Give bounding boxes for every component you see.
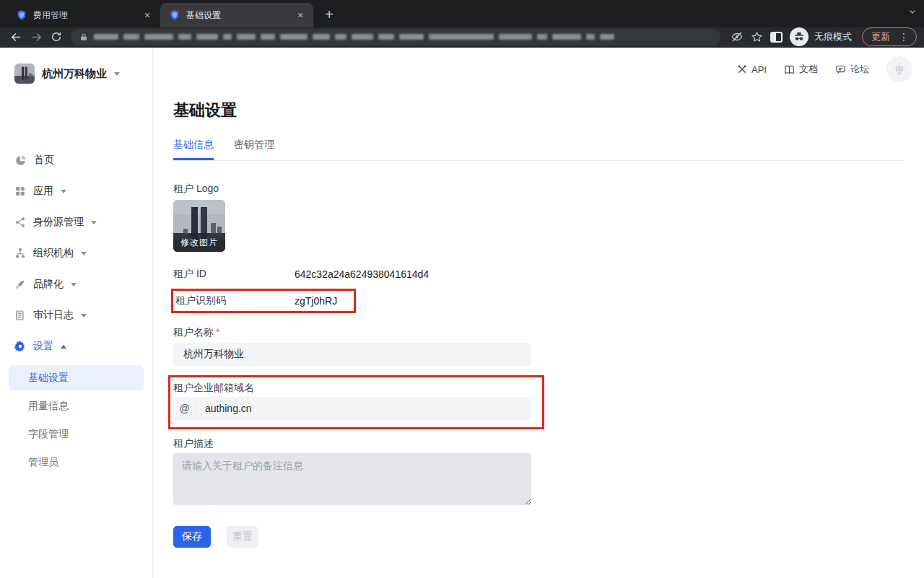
change-image-overlay[interactable]: 修改图片: [173, 233, 225, 252]
chevron-down-icon: [71, 283, 77, 286]
back-button[interactable]: [7, 28, 25, 45]
incognito-indicator: 无痕模式: [790, 27, 852, 46]
tab-key-management[interactable]: 密钥管理: [234, 139, 274, 160]
annotation-box-email-domain: 租户企业邮箱域名 @: [168, 375, 544, 429]
sidebar-item-audit-logs[interactable]: 审计日志: [0, 307, 152, 323]
browser-tab-basic-settings[interactable]: 基础设置 ×: [160, 3, 313, 27]
tab-title: 费用管理: [33, 9, 136, 22]
tab-title: 基础设置: [186, 9, 289, 22]
sidebar-item-apps[interactable]: 应用: [0, 183, 152, 199]
bookmark-star-icon[interactable]: [751, 31, 763, 43]
apps-grid-icon: [14, 185, 26, 197]
eye-off-icon[interactable]: [731, 30, 744, 43]
page-tabs: 基础信息 密钥管理: [173, 139, 905, 161]
org-logo: [14, 64, 35, 84]
sidebar-item-label: 设置: [33, 340, 53, 353]
redacted-url-text: [94, 34, 614, 40]
org-tree-icon: [14, 248, 26, 259]
tenant-name-label: 租户名称*: [173, 326, 219, 339]
tab-strip: 费用管理 × 基础设置 × +: [0, 0, 924, 27]
tab-close-icon[interactable]: ×: [295, 9, 306, 21]
chevron-down-icon: [114, 72, 120, 76]
chevron-down-icon: [61, 190, 66, 193]
forward-button[interactable]: [27, 28, 45, 45]
tenant-logo-label: 租户 Logo: [173, 183, 219, 196]
sidebar-item-settings[interactable]: 设置: [0, 338, 152, 354]
reset-button[interactable]: 重置: [227, 526, 258, 548]
tab-search-chevron-icon[interactable]: [908, 7, 917, 16]
org-name: 杭州万科物业: [42, 67, 107, 81]
chevron-down-icon: [91, 221, 97, 224]
browser-menu-icon[interactable]: ⋮: [896, 31, 912, 43]
lock-icon: [79, 32, 88, 42]
email-domain-group: @: [173, 397, 531, 420]
sidebar-item-identity-sources[interactable]: 身份源管理: [0, 214, 152, 230]
sidebar-item-home[interactable]: 首页: [0, 152, 152, 168]
quick-links: API 文档 论坛: [737, 56, 912, 82]
url-bar[interactable]: [71, 29, 720, 45]
authing-favicon: [16, 9, 27, 21]
sidebar-subitem-fields[interactable]: 字段管理: [9, 421, 144, 447]
annotation-box-tenant-code: 租户识别码 zgTj0hRJ: [171, 289, 356, 313]
sidebar-subitem-label: 基础设置: [28, 372, 69, 385]
chevron-up-icon: [61, 345, 66, 349]
browser-tab-billing[interactable]: 费用管理 ×: [7, 3, 160, 27]
book-icon: [784, 64, 795, 75]
home-pie-icon: [14, 154, 27, 167]
incognito-label: 无痕模式: [814, 30, 852, 43]
save-button[interactable]: 保存: [173, 526, 211, 548]
new-tab-button[interactable]: +: [319, 5, 339, 25]
sidebar-item-label: 身份源管理: [33, 216, 84, 229]
tools-icon: [737, 64, 747, 74]
tenant-desc-textarea[interactable]: [173, 453, 531, 505]
chevron-down-icon: [81, 314, 87, 318]
tenant-code-value: zgTj0hRJ: [295, 295, 337, 307]
required-asterisk: *: [216, 326, 219, 338]
brush-icon: [14, 279, 26, 290]
reload-button[interactable]: [48, 28, 65, 45]
org-switcher[interactable]: 杭州万科物业: [14, 64, 120, 84]
share-network-icon: [14, 216, 26, 228]
tenant-logo-uploader[interactable]: 修改图片: [173, 200, 225, 252]
api-link[interactable]: API: [737, 64, 767, 75]
docs-label: 文档: [799, 63, 818, 76]
sidebar-subitem-admins[interactable]: 管理员: [9, 450, 144, 475]
user-avatar[interactable]: [886, 56, 912, 82]
api-label: API: [751, 64, 767, 75]
sidebar-subitem-label: 用量信息: [28, 400, 69, 413]
tab-close-icon[interactable]: ×: [141, 9, 153, 21]
at-sign-prefix: @: [173, 402, 196, 415]
tenant-desc-label: 租户描述: [173, 437, 214, 450]
sidebar-item-org-structure[interactable]: 组织机构: [0, 245, 152, 261]
email-domain-label: 租户企业邮箱域名: [173, 382, 542, 395]
audit-log-icon: [14, 310, 26, 321]
sidebar-item-label: 首页: [34, 154, 54, 167]
chat-icon: [835, 64, 846, 75]
email-domain-input[interactable]: [196, 397, 531, 420]
browser-toolbar: 无痕模式 更新 ⋮: [0, 27, 924, 48]
sidebar-subitem-usage[interactable]: 用量信息: [9, 393, 144, 419]
main-content: API 文档 论坛 基础设置 基础信息 密钥管理 租户 Logo 修改图片: [153, 48, 924, 578]
sidebar-subitem-basic-settings[interactable]: 基础设置: [9, 365, 144, 390]
side-panel-icon[interactable]: [770, 32, 783, 43]
sidebar-subitem-label: 管理员: [28, 456, 58, 469]
forum-link[interactable]: 论坛: [835, 63, 869, 76]
browser-chrome: 费用管理 × 基础设置 × +: [0, 0, 924, 48]
tenant-id-row: 租户 ID 642c32a24a624938041614d4: [173, 268, 429, 281]
sidebar: 杭州万科物业 首页 应用 身份源管理 组织机构: [0, 48, 153, 578]
tenant-name-input[interactable]: [173, 343, 531, 366]
sidebar-item-label: 组织机构: [33, 247, 74, 260]
update-label: 更新: [871, 30, 890, 43]
page-title: 基础设置: [173, 100, 237, 121]
sidebar-item-label: 应用: [33, 185, 53, 198]
sidebar-item-branding[interactable]: 品牌化: [0, 276, 152, 292]
tab-basic-info[interactable]: 基础信息: [173, 139, 214, 160]
authing-favicon: [169, 9, 180, 21]
chevron-down-icon: [81, 252, 87, 255]
forum-label: 论坛: [850, 63, 869, 76]
docs-link[interactable]: 文档: [784, 63, 818, 76]
sidebar-item-label: 品牌化: [33, 278, 64, 291]
chrome-update-button[interactable]: 更新 ⋮: [862, 27, 917, 46]
tenant-name-label-text: 租户名称: [173, 326, 214, 338]
sidebar-subitem-label: 字段管理: [28, 428, 69, 441]
